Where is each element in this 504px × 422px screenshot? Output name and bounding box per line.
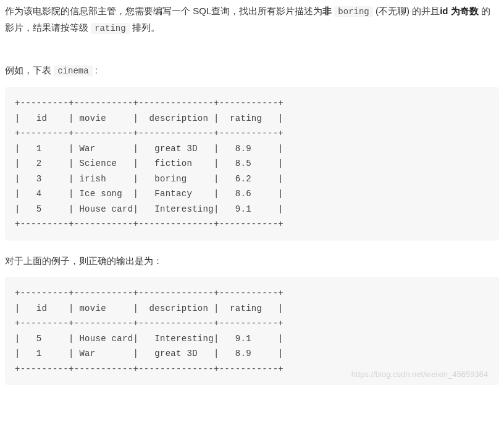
intro-paren: (不无聊) 的并且 bbox=[376, 6, 440, 16]
output-table-block: +---------+-----------+--------------+--… bbox=[5, 277, 499, 385]
intro-text-1: 作为该电影院的信息部主管，您需要编写一个 SQL查询，找出所有影片描述为 bbox=[5, 6, 322, 16]
document-content: 作为该电影院的信息部主管，您需要编写一个 SQL查询，找出所有影片描述为非 bo… bbox=[0, 0, 504, 403]
inline-code-rating: rating bbox=[91, 23, 129, 34]
intro-bold-odd: id 为奇数 bbox=[440, 6, 479, 16]
intro-paragraph: 作为该电影院的信息部主管，您需要编写一个 SQL查询，找出所有影片描述为非 bo… bbox=[5, 3, 499, 36]
watermark-text: https://blog.csdn.net/weixin_45659364 bbox=[351, 368, 488, 382]
example-suffix: : bbox=[95, 65, 98, 75]
inline-code-boring: boring bbox=[334, 6, 372, 17]
result-label: 对于上面的例子，则正确的输出是为： bbox=[5, 253, 499, 269]
output-table-text: +---------+-----------+--------------+--… bbox=[15, 288, 284, 374]
intro-bold-not: 非 bbox=[322, 6, 332, 16]
example-label: 例如，下表 cinema : bbox=[5, 62, 499, 79]
inline-code-cinema: cinema bbox=[54, 65, 92, 77]
cinema-table-block: +---------+-----------+--------------+--… bbox=[5, 87, 499, 241]
example-prefix: 例如，下表 bbox=[5, 65, 51, 75]
intro-text-3: 排列。 bbox=[132, 22, 160, 33]
